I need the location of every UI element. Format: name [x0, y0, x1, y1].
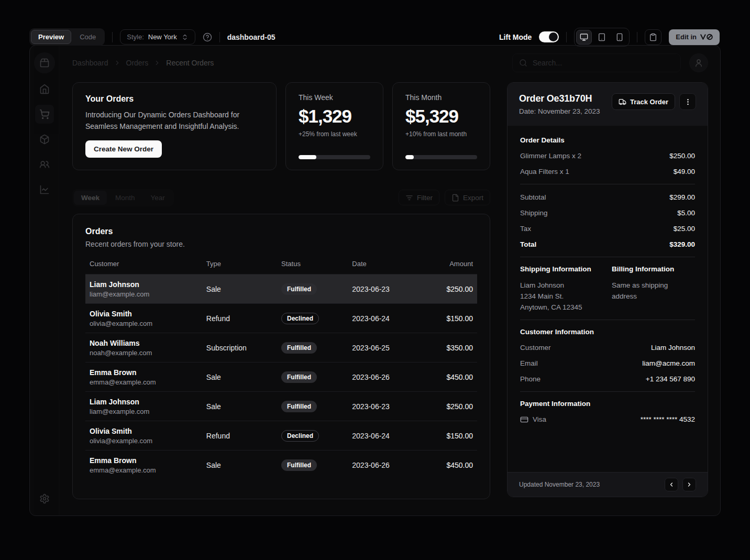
stat-value: $5,329 [405, 106, 477, 127]
order-type: Refund [202, 421, 277, 451]
style-select[interactable]: Style: New York [120, 29, 195, 45]
breadcrumb-orders[interactable]: Orders [126, 59, 149, 67]
smartphone-icon [615, 33, 624, 41]
monitor-icon [580, 33, 588, 41]
col-date: Date [348, 256, 418, 274]
style-select-value: New York [148, 33, 177, 41]
order-date: 2023-06-26 [348, 451, 418, 480]
customer-email: emma@example.com [90, 378, 198, 386]
tab-month[interactable]: Month [108, 191, 142, 205]
payment-row: Visa **** **** **** 4532 [520, 414, 695, 425]
total-label: Total [520, 239, 536, 250]
sidebar-item-orders[interactable] [35, 105, 54, 124]
separator [520, 257, 695, 257]
order-amount: $250.00 [419, 392, 477, 421]
table-row[interactable]: Noah Williamsnoah@example.com Subscripti… [85, 333, 477, 363]
next-order-button[interactable] [682, 478, 696, 491]
order-panel-body: Order Details Glimmer Lamps x 2 $250.00 … [508, 126, 708, 472]
shipping-value: $5.00 [677, 208, 695, 218]
help-icon[interactable] [203, 32, 212, 42]
search-icon [519, 59, 527, 67]
track-order-button[interactable]: Track Order [612, 93, 675, 110]
email-row: Email liam@acme.com [520, 358, 695, 369]
desktop-view-button[interactable] [576, 30, 592, 45]
chevron-right-icon [114, 59, 121, 67]
order-date: 2023-06-26 [348, 363, 418, 392]
avatar[interactable] [689, 53, 708, 72]
order-type: Sale [202, 392, 277, 421]
export-button[interactable]: Export [445, 190, 490, 205]
chevron-right-icon [153, 59, 161, 67]
previous-order-button[interactable] [665, 478, 678, 491]
this-month-card: This Month $5,329 +10% from last month [392, 82, 490, 170]
sidebar-item-home[interactable] [35, 80, 54, 98]
copy-code-button[interactable] [645, 29, 661, 45]
table-row[interactable]: Liam Johnsonliam@example.com Sale Fulfil… [85, 392, 477, 421]
tab-year[interactable]: Year [144, 191, 172, 205]
create-new-order-button[interactable]: Create New Order [85, 140, 162, 158]
table-row[interactable]: Liam Johnsonliam@example.com Sale Fulfil… [85, 274, 477, 304]
updated-text: Updated November 23, 2023 [519, 481, 600, 488]
v0-logo-icon [700, 34, 713, 40]
sidebar-item-settings[interactable] [35, 489, 54, 508]
subtotal-row: Subtotal $299.00 [520, 192, 695, 203]
separator [520, 184, 695, 184]
edit-in-v0-button[interactable]: Edit in [669, 29, 720, 45]
more-options-button[interactable] [679, 93, 696, 110]
divider [219, 32, 220, 42]
table-row[interactable]: Olivia Smitholivia@example.com Refund De… [85, 304, 477, 333]
progress-bar [299, 155, 370, 159]
divider [112, 32, 113, 42]
sidebar-item-customers[interactable] [35, 155, 54, 174]
order-id-title: Order Oe31b70H [519, 93, 600, 104]
table-row[interactable]: Olivia Smitholivia@example.com Refund De… [85, 421, 477, 451]
progress-bar [405, 155, 477, 159]
order-type: Sale [202, 363, 277, 392]
tablet-view-button[interactable] [594, 30, 610, 45]
subtotal-label: Subtotal [520, 192, 546, 203]
order-date: 2023-06-23 [348, 274, 418, 304]
table-row[interactable]: Emma Brownemma@example.com Sale Fulfille… [85, 451, 477, 480]
stat-label: This Month [405, 93, 477, 102]
tab-week[interactable]: Week [74, 191, 107, 205]
breadcrumb-dashboard[interactable]: Dashboard [72, 59, 108, 67]
this-week-card: This Week $1,329 +25% from last week [285, 82, 383, 170]
customer-name: Emma Brown [90, 368, 198, 377]
sidebar [30, 46, 59, 515]
order-detail-panel: Order Oe31b70H Date: November 23, 2023 T… [507, 82, 708, 497]
status-badge: Fulfilled [281, 459, 317, 471]
tab-code[interactable]: Code [72, 30, 103, 44]
orders-card-title: Orders [85, 227, 477, 236]
order-item-row: Glimmer Lamps x 2 $250.00 [520, 151, 695, 161]
subtotal-value: $299.00 [669, 192, 695, 203]
progress-fill [405, 155, 414, 159]
breadcrumb-recent-orders: Recent Orders [166, 59, 214, 67]
app-logo[interactable] [34, 52, 55, 73]
col-customer: Customer [85, 256, 202, 274]
sidebar-item-analytics[interactable] [35, 180, 54, 199]
table-row[interactable]: Emma Brownemma@example.com Sale Fulfille… [85, 363, 477, 392]
card-number: **** **** **** 4532 [641, 414, 695, 425]
style-select-label: Style: [127, 33, 144, 41]
your-orders-card: Your Orders Introducing Our Dynamic Orde… [72, 82, 277, 170]
file-export-icon [451, 194, 459, 202]
tab-preview[interactable]: Preview [31, 30, 71, 44]
package-icon [39, 134, 50, 145]
home-icon [39, 84, 50, 94]
col-status: Status [277, 256, 348, 274]
period-tabs: Week Month Year [72, 189, 174, 206]
chevron-right-icon [686, 481, 692, 488]
shipping-label: Shipping [520, 208, 548, 218]
order-date: 2023-06-24 [348, 304, 418, 333]
toggle-knob [549, 32, 558, 41]
phone-label: Phone [520, 374, 541, 385]
search-input[interactable] [533, 59, 674, 67]
customer-name: Olivia Smith [90, 310, 198, 318]
filter-button[interactable]: Filter [399, 190, 439, 205]
lift-mode-toggle[interactable] [539, 31, 559, 42]
truck-icon [619, 98, 626, 106]
payment-info-title: Payment Information [520, 400, 695, 408]
customer-row: Customer Liam Johnson [520, 343, 695, 353]
mobile-view-button[interactable] [612, 30, 627, 45]
sidebar-item-products[interactable] [35, 130, 54, 149]
